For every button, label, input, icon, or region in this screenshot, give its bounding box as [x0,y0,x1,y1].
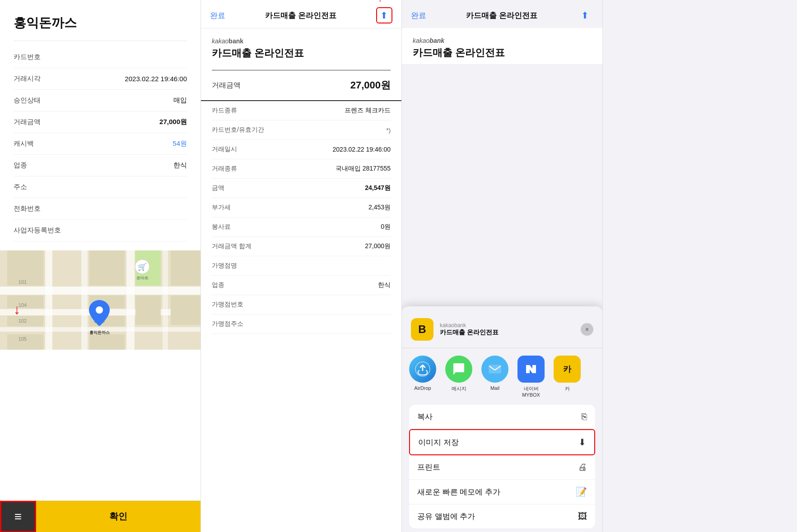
kakao-label: 카 [565,385,570,392]
receipt-button[interactable]: ≡ [0,501,36,532]
svg-rect-1 [0,287,200,295]
right-back-button[interactable]: 완료 [411,10,426,21]
card-num-label: 카드번호/유효기간 [212,126,275,134]
middle-doc-title: 카드매출 온라인전표 [212,46,391,60]
middle-amount-row: 거래금액 27,000원 [201,70,401,101]
shared-album-label: 공유 앨범에 추가 [417,511,475,522]
middle-amount-value: 27,000원 [350,79,391,92]
biz-reg-label: 사업자등록번호 [14,226,68,235]
copy-action[interactable]: 복사 ⎘ [409,405,595,429]
kakao-icon: 카 [554,356,581,383]
quick-note-icon: 📝 [576,486,587,497]
naver-item[interactable]: 네이버 MYBOX [517,356,545,398]
svg-rect-11 [89,250,125,286]
svg-text:홍익돈까스: 홍익돈까스 [89,330,110,335]
svg-text:🛒: 🛒 [138,263,147,271]
right-nav: 완료 카드매출 온라인전표 ⬆ [402,0,602,28]
detail-amount-row: 금액 24,547원 [212,179,391,198]
biz-type-row: 업종 한식 [212,276,391,295]
share-app-icon: B [411,318,433,341]
total-label: 거래금액 합계 [212,242,275,250]
amount-row: 거래금액 27,000원 [14,111,187,133]
left-panel: 홍익돈까스 카드번호 거래시각 2023.02.22 19:46:00 승인상태… [0,0,201,532]
messages-item[interactable]: 메시지 [445,356,472,398]
mail-item[interactable]: Mail [481,356,508,398]
amount-label: 거래금액 [14,118,68,126]
total-row: 거래금액 합계 27,000원 [212,237,391,256]
svg-rect-14 [135,296,161,325]
business-type-label: 업종 [14,161,68,170]
middle-nav-title: 카드매출 온라인전표 [265,10,336,21]
bottom-buttons: ≡ 확인 [0,500,200,532]
airdrop-item[interactable]: AirDrop [409,356,436,398]
middle-share-button[interactable]: ⬆ [376,7,392,23]
bank-brand-bold: bank [228,37,243,45]
mail-label: Mail [490,385,499,391]
share-app-icon-letter: B [418,323,426,336]
card-type-row: 카드종류 프렌즈 체크카드 [212,101,391,120]
trans-date-row: 거래일시 2023.02.22 19:46:00 [212,140,391,159]
middle-nav: 완료 카드매출 온라인전표 ⬆ ↑ [201,0,401,28]
merchant-num-label: 가맹점번호 [212,301,275,309]
confirm-button[interactable]: 확인 [36,501,200,532]
merchant-title: 홍익돈까스 [14,14,187,32]
right-share-icon: ⬆ [581,10,589,21]
shared-album-action[interactable]: 공유 앨범에 추가 🖼 [409,504,595,528]
merchant-addr-label: 가맹점주소 [212,320,275,328]
vat-label: 부가세 [212,204,275,212]
phone-label: 전화번호 [14,204,68,213]
card-type-label: 카드종류 [212,106,275,115]
save-image-label: 이미지 저장 [418,437,459,448]
quick-note-label: 새로운 빠른 메모에 추가 [417,487,500,497]
right-doc-title: 카드매출 온라인전표 [413,46,592,60]
save-image-icon: ⬇ [578,437,586,448]
trans-type-value: 국내매입 28177555 [336,165,391,173]
biz-type-value: 한식 [378,281,391,289]
approval-status-row: 승인상태 매입 [14,90,187,111]
airdrop-svg [415,361,430,377]
left-header: 홍익돈까스 [0,0,200,46]
service-charge-label: 봉사료 [212,223,275,231]
save-image-action[interactable]: 이미지 저장 ⬇ → [409,429,595,455]
middle-detail-table: 카드종류 프렌즈 체크카드 카드번호/유효기간 *) 거래일시 2023.02.… [201,101,401,334]
right-bank-name: kakaobank [413,37,592,44]
svg-rect-5 [81,250,88,350]
save-arrow: → [409,434,410,445]
share-sheet: B kakaobank 카드매출 온라인전표 × [402,306,602,532]
map-area: 101 104 102 105 🛒 로마트 홍익돈까스 ↑ [0,250,200,350]
biz-reg-row: 사업자등록번호 [14,220,187,241]
detail-amount-label: 금액 [212,184,275,192]
card-num-row: 카드번호/유효기간 *) [212,120,391,140]
transaction-time-label: 거래시각 [14,74,68,83]
middle-doc-header: kakaobank 카드매출 온라인전표 [201,28,401,65]
middle-amount-label: 거래금액 [212,81,241,90]
receipt-icon: ≡ [14,509,22,524]
info-table: 카드번호 거래시각 2023.02.22 19:46:00 승인상태 매입 거래… [0,46,200,241]
address-label: 주소 [14,183,68,191]
svg-rect-7 [163,250,168,350]
share-close-icon: × [585,326,589,333]
svg-text:105: 105 [19,336,27,342]
confirm-label: 확인 [109,510,127,523]
transaction-time-row: 거래시각 2023.02.22 19:46:00 [14,68,187,90]
header-divider [14,41,187,41]
trans-date-value: 2023.02.22 19:46:00 [333,146,391,153]
share-close-button[interactable]: × [581,323,593,336]
naver-icon [517,356,545,383]
total-value: 27,000원 [365,242,391,250]
vat-value: 2,453원 [368,204,391,212]
airdrop-label: AirDrop [414,385,431,391]
svg-text:102: 102 [19,318,27,324]
kakao-svg: 카 [559,361,575,377]
middle-back-button[interactable]: 완료 [210,10,225,21]
svg-rect-19 [171,296,200,325]
naver-svg [523,361,539,377]
right-panel: 완료 카드매출 온라인전표 ⬆ kakaobank 카드매출 온라인전표 B k… [402,0,603,532]
print-action[interactable]: 프린트 🖨 [409,455,595,480]
middle-bank-name: kakaobank [212,37,391,45]
right-share-button[interactable]: ⬆ [577,7,593,23]
middle-arrow: ↑ [377,0,383,5]
kakao-item[interactable]: 카 카 [554,356,581,398]
quick-note-action[interactable]: 새로운 빠른 메모에 추가 📝 [409,480,595,504]
vat-row: 부가세 2,453원 [212,198,391,217]
